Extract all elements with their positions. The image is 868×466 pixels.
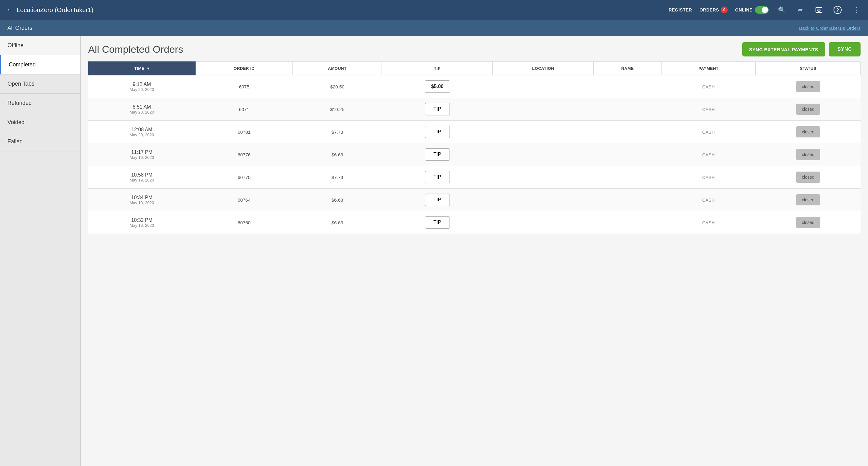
tip-button[interactable]: TIP [425, 126, 450, 138]
register-button[interactable]: REGISTER [669, 7, 692, 12]
sidebar-item-voided[interactable]: Voided [0, 113, 81, 132]
cell-location [493, 143, 594, 166]
sidebar-item-refunded[interactable]: Refunded [0, 94, 81, 113]
camera-icon[interactable] [813, 4, 825, 15]
cell-status[interactable]: closed [755, 143, 861, 166]
sidebar-item-open-tabs[interactable]: Open Tabs [0, 74, 81, 94]
table-row[interactable]: 11:17 PM May 19, 2020 60776 $6.63 TIP CA… [88, 143, 861, 166]
cell-location [493, 98, 594, 121]
cell-name [594, 211, 661, 234]
online-label: ONLINE [735, 7, 752, 12]
cell-amount: $6.63 [293, 143, 382, 166]
status-button[interactable]: closed [796, 104, 820, 115]
cell-time: 11:17 PM May 19, 2020 [88, 143, 195, 166]
status-button[interactable]: closed [796, 172, 820, 183]
status-button[interactable]: closed [796, 81, 820, 92]
table-row[interactable]: 12:08 AM May 20, 2020 60781 $7.73 TIP CA… [88, 121, 861, 143]
col-status[interactable]: STATUS [755, 61, 861, 75]
cell-status[interactable]: closed [755, 121, 861, 143]
cell-name [594, 189, 661, 211]
cell-order-id: 60776 [195, 143, 293, 166]
cell-location [493, 166, 594, 189]
cell-order-id: 60770 [195, 166, 293, 189]
status-button[interactable]: closed [796, 126, 820, 137]
col-order-id[interactable]: ORDER ID [195, 61, 293, 75]
status-button[interactable]: closed [796, 217, 820, 228]
cell-tip[interactable]: TIP [382, 189, 493, 211]
cell-tip[interactable]: TIP [382, 143, 493, 166]
tip-button[interactable]: TIP [425, 216, 450, 229]
online-toggle[interactable] [755, 6, 769, 14]
top-nav: ← LocationZero (OrderTaker1) REGISTER OR… [0, 0, 868, 20]
cell-tip[interactable]: TIP [382, 211, 493, 234]
cell-payment: CASH [661, 121, 755, 143]
cell-order-id: 6071 [195, 98, 293, 121]
table-row[interactable]: 9:12 AM May 20, 2020 6075 $20.50 $5.00 C… [88, 75, 861, 98]
sync-button[interactable]: SYNC [829, 42, 861, 57]
app-title: LocationZero (OrderTaker1) [17, 6, 93, 14]
col-time[interactable]: TIME ▾ [88, 61, 195, 75]
col-tip[interactable]: TIP [382, 61, 493, 75]
cell-amount: $6.63 [293, 211, 382, 234]
cell-status[interactable]: closed [755, 98, 861, 121]
col-name[interactable]: NAME [594, 61, 661, 75]
back-button[interactable]: ← [6, 6, 13, 14]
tip-button[interactable]: TIP [425, 103, 450, 115]
header-buttons: SYNC EXTERNAL PAYMENTS SYNC [742, 42, 861, 57]
cell-time: 12:08 AM May 20, 2020 [88, 121, 195, 143]
main-container: Offline Completed Open Tabs Refunded Voi… [0, 36, 868, 466]
cell-time: 10:34 PM May 19, 2020 [88, 189, 195, 211]
col-amount[interactable]: AMOUNT [293, 61, 382, 75]
cell-time: 8:51 AM May 20, 2020 [88, 98, 195, 121]
sidebar-item-offline[interactable]: Offline [0, 36, 81, 55]
orders-badge: 0 [721, 6, 728, 13]
page-title: All Completed Orders [88, 44, 183, 55]
top-nav-left: ← LocationZero (OrderTaker1) [6, 6, 93, 14]
cell-status[interactable]: closed [755, 166, 861, 189]
status-button[interactable]: closed [796, 149, 820, 160]
help-icon[interactable]: ? [832, 4, 843, 15]
cell-location [493, 189, 594, 211]
top-nav-right: REGISTER ORDERS 0 ONLINE 🔍 ✏ ? [669, 4, 862, 15]
tip-button[interactable]: TIP [425, 148, 450, 161]
cell-amount: $7.73 [293, 166, 382, 189]
pencil-icon[interactable]: ✏ [795, 4, 806, 15]
orders-label: ORDERS [700, 7, 719, 12]
sidebar-item-completed[interactable]: Completed [0, 55, 81, 74]
col-location[interactable]: LOCATION [493, 61, 594, 75]
cell-status[interactable]: closed [755, 211, 861, 234]
orders-nav[interactable]: ORDERS 0 [700, 6, 728, 13]
sync-external-payments-button[interactable]: SYNC EXTERNAL PAYMENTS [742, 42, 825, 57]
cell-payment: CASH [661, 211, 755, 234]
cell-tip[interactable]: TIP [382, 121, 493, 143]
table-row[interactable]: 10:32 PM May 19, 2020 60760 $6.63 TIP CA… [88, 211, 861, 234]
cell-time: 10:32 PM May 19, 2020 [88, 211, 195, 234]
tip-button[interactable]: TIP [425, 194, 450, 206]
cell-status[interactable]: closed [755, 189, 861, 211]
table-row[interactable]: 8:51 AM May 20, 2020 6071 $10.25 TIP CAS… [88, 98, 861, 121]
cell-amount: $7.73 [293, 121, 382, 143]
cell-name [594, 143, 661, 166]
cell-tip[interactable]: TIP [382, 98, 493, 121]
back-to-orders-link[interactable]: Back to OrderTaker1's Orders [799, 26, 861, 31]
col-payment[interactable]: PAYMENT [661, 61, 755, 75]
cell-tip[interactable]: $5.00 [382, 75, 493, 98]
table-row[interactable]: 10:34 PM May 19, 2020 60764 $6.63 TIP CA… [88, 189, 861, 211]
tip-button[interactable]: $5.00 [425, 80, 450, 93]
search-icon[interactable]: 🔍 [776, 4, 787, 15]
cell-amount: $6.63 [293, 189, 382, 211]
status-button[interactable]: closed [796, 194, 820, 205]
cell-status[interactable]: closed [755, 75, 861, 98]
cell-order-id: 60764 [195, 189, 293, 211]
cell-tip[interactable]: TIP [382, 166, 493, 189]
cell-payment: CASH [661, 75, 755, 98]
sidebar-item-failed[interactable]: Failed [0, 132, 81, 152]
cell-name [594, 121, 661, 143]
toggle-knob [762, 7, 768, 13]
tip-button[interactable]: TIP [425, 171, 450, 184]
cell-location [493, 121, 594, 143]
table-row[interactable]: 10:58 PM May 19, 2020 60770 $7.73 TIP CA… [88, 166, 861, 189]
cell-order-id: 60760 [195, 211, 293, 234]
more-icon[interactable]: ⋮ [850, 4, 862, 15]
cell-payment: CASH [661, 98, 755, 121]
